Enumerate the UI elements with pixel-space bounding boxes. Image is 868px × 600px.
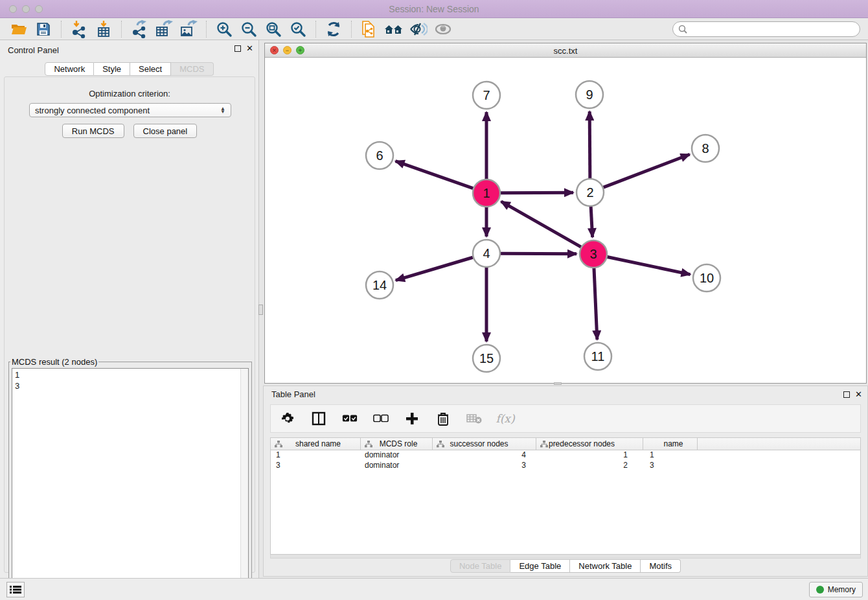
horizontal-splitter-handle[interactable]	[554, 382, 562, 385]
hide-annotations-eye-icon[interactable]	[409, 20, 428, 38]
graph-node-8[interactable]: 8	[692, 135, 719, 162]
tab-node-table[interactable]: Node Table	[450, 559, 511, 573]
import-table-icon[interactable]	[94, 20, 113, 38]
graph-node-14[interactable]: 14	[366, 271, 393, 299]
control-panel-title: Control Panel	[8, 45, 59, 55]
show-log-list-icon[interactable]	[6, 582, 25, 597]
svg-text:4: 4	[483, 246, 490, 260]
graph-node-15[interactable]: 15	[473, 345, 500, 372]
cell-name: 3	[643, 461, 698, 471]
control-panel: Control Panel ✕ Network Style Select MCD…	[0, 40, 259, 578]
export-network-icon[interactable]	[130, 20, 149, 38]
graph-node-3[interactable]: 3	[580, 240, 607, 268]
vertical-splitter-handle[interactable]	[258, 305, 263, 315]
network-desktop: ✕ − + scc.txt 7968124314101511 Table Pan…	[259, 40, 868, 578]
graph-edge-3-11[interactable]	[594, 268, 597, 340]
tab-style[interactable]: Style	[94, 62, 130, 76]
graph-node-4[interactable]: 4	[473, 240, 500, 267]
run-mcds-button[interactable]: Run MCDS	[62, 124, 124, 138]
svg-text:9: 9	[586, 87, 593, 102]
tab-network-table[interactable]: Network Table	[570, 559, 641, 573]
search-box[interactable]	[672, 21, 860, 37]
network-window-title: scc.txt	[265, 46, 866, 56]
column-header-name[interactable]: name	[643, 438, 698, 450]
select-all-rows-icon[interactable]	[342, 411, 358, 426]
table-row[interactable]: 1 dominator 4 1 1	[271, 450, 860, 461]
toolbar-separator	[351, 21, 352, 38]
table-panel-title: Table Panel	[271, 389, 315, 399]
tab-network[interactable]: Network	[45, 62, 94, 76]
column-header-predecessor-nodes[interactable]: predecessor nodes	[536, 438, 643, 450]
tab-edge-table[interactable]: Edge Table	[510, 559, 570, 573]
table-settings-gear-icon[interactable]	[280, 411, 295, 426]
graph-edge-1-6[interactable]	[396, 161, 474, 189]
graph-node-2[interactable]: 2	[577, 179, 604, 206]
graph-node-10[interactable]: 10	[693, 264, 720, 292]
show-columns-icon[interactable]	[311, 411, 326, 426]
graph-edge-1-2[interactable]	[501, 192, 573, 193]
tab-select[interactable]: Select	[130, 62, 171, 76]
mcds-panel: Optimization criterion: strongly connect…	[4, 76, 255, 573]
svg-text:7: 7	[483, 88, 490, 102]
graph-edge-2-9[interactable]	[589, 111, 590, 178]
result-line: 3	[15, 380, 246, 391]
table-scrollbar-strip[interactable]	[270, 555, 861, 559]
tab-motifs[interactable]: Motifs	[641, 559, 681, 573]
deselect-all-rows-icon[interactable]	[373, 411, 389, 426]
tab-mcds[interactable]: MCDS	[171, 62, 213, 76]
column-header-mcds-role[interactable]: MCDS role	[361, 438, 433, 450]
control-panel-float-icon[interactable]	[234, 45, 241, 52]
graph-node-1[interactable]: 1	[473, 179, 500, 207]
svg-text:10: 10	[700, 271, 714, 285]
graph-edge-2-3[interactable]	[591, 207, 592, 237]
export-table-icon[interactable]	[154, 20, 174, 38]
network-window-titlebar[interactable]: ✕ − + scc.txt	[265, 43, 866, 58]
delete-column-trash-icon[interactable]	[435, 411, 451, 426]
control-panel-close-icon[interactable]: ✕	[246, 45, 253, 52]
graph-edge-4-14[interactable]	[396, 257, 473, 280]
zoom-fit-icon[interactable]	[264, 20, 283, 38]
graph-edge-4-3[interactable]	[501, 253, 577, 254]
import-network-icon[interactable]	[69, 20, 89, 38]
close-panel-button[interactable]: Close panel	[133, 124, 198, 138]
houses-icon[interactable]	[384, 20, 404, 38]
select-stepper-icon: ▲▼	[220, 107, 225, 113]
node-table-header: shared name MCDS role successor nodes pr…	[271, 438, 860, 450]
table-panel-float-icon[interactable]	[843, 391, 850, 398]
network-canvas[interactable]: 7968124314101511	[265, 58, 866, 383]
search-input[interactable]	[691, 25, 854, 34]
tree-icon	[437, 441, 444, 448]
table-row[interactable]: 3 dominator 3 2 3	[271, 461, 860, 471]
toolbar-separator	[206, 21, 207, 38]
export-image-icon[interactable]	[179, 20, 198, 38]
zoom-in-icon[interactable]	[214, 20, 234, 38]
memory-button[interactable]: Memory	[809, 582, 863, 597]
cell-successor-nodes: 3	[433, 461, 536, 471]
graph-edge-2-8[interactable]	[604, 154, 690, 187]
table-panel-close-icon[interactable]: ✕	[855, 391, 862, 398]
network-document-icon[interactable]	[360, 20, 379, 38]
graph-edge-3-10[interactable]	[608, 257, 691, 275]
result-line: 1	[15, 369, 246, 380]
save-session-icon[interactable]	[34, 20, 53, 38]
cell-predecessor-nodes: 2	[536, 461, 643, 471]
network-window[interactable]: ✕ − + scc.txt 7968124314101511	[264, 43, 867, 384]
network-graph[interactable]: 7968124314101511	[265, 58, 866, 383]
graph-node-7[interactable]: 7	[473, 82, 500, 109]
graph-node-11[interactable]: 11	[584, 343, 611, 370]
mcds-result-text[interactable]: 1 3	[12, 368, 249, 597]
criterion-select[interactable]: strongly connected component ▲▼	[29, 103, 231, 117]
graph-node-9[interactable]: 9	[576, 81, 603, 108]
open-session-icon[interactable]	[9, 20, 29, 38]
result-scrollbar[interactable]	[240, 369, 248, 597]
apply-layout-icon[interactable]	[324, 20, 343, 38]
add-column-icon[interactable]	[404, 411, 420, 426]
svg-text:8: 8	[702, 141, 709, 156]
zoom-selected-icon[interactable]	[288, 20, 308, 38]
graph-edge-3-1[interactable]	[501, 202, 581, 247]
zoom-out-icon[interactable]	[239, 20, 258, 38]
column-header-successor-nodes[interactable]: successor nodes	[433, 438, 536, 450]
graph-node-6[interactable]: 6	[366, 142, 393, 169]
column-header-shared-name[interactable]: shared name	[271, 438, 361, 450]
toolbar-separator	[315, 21, 316, 38]
